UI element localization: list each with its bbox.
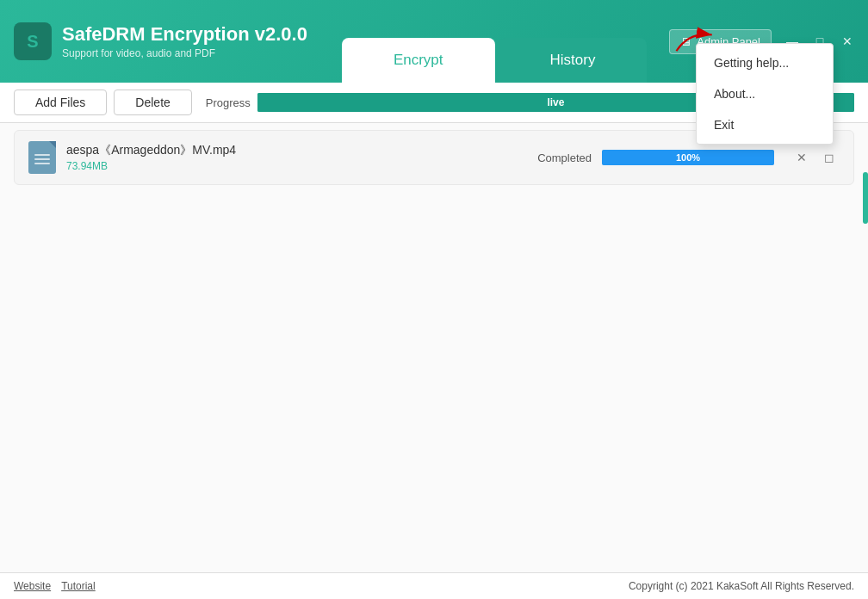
file-status: Completed bbox=[537, 151, 592, 164]
file-type-icon bbox=[28, 141, 56, 174]
tutorial-link[interactable]: Tutorial bbox=[61, 580, 96, 592]
file-progress-area: Completed 100% bbox=[249, 150, 774, 165]
delete-button[interactable]: Delete bbox=[114, 90, 191, 115]
logo-area: S SafeDRM Encryption v2.0.0 Support for … bbox=[14, 22, 307, 60]
file-info: aespa《Armageddon》MV.mp4 73.94MB bbox=[66, 143, 239, 172]
app-title: SafeDRM Encryption v2.0.0 bbox=[62, 23, 307, 46]
app-logo-icon: S bbox=[14, 22, 52, 60]
menu-item-exit[interactable]: Exit bbox=[697, 109, 833, 140]
footer-links: Website Tutorial bbox=[14, 580, 96, 592]
app-subtitle: Support for video, audio and PDF bbox=[62, 47, 307, 59]
file-actions: ✕ ◻ bbox=[791, 147, 840, 168]
open-file-button[interactable]: ◻ bbox=[819, 147, 840, 168]
tab-history[interactable]: History bbox=[499, 38, 648, 83]
tab-encrypt[interactable]: Encrypt bbox=[342, 38, 495, 83]
about-dropdown-menu: Getting help... About... Exit bbox=[696, 43, 834, 145]
monitor-icon: 🖥 bbox=[680, 35, 691, 48]
file-progress-bar: 100% bbox=[602, 150, 774, 165]
file-list: aespa《Armageddon》MV.mp4 73.94MB Complete… bbox=[0, 123, 868, 572]
copyright-text: Copyright (c) 2021 KakaSoft All Rights R… bbox=[629, 580, 854, 592]
header: S SafeDRM Encryption v2.0.0 Support for … bbox=[0, 0, 868, 83]
footer: Website Tutorial Copyright (c) 2021 Kaka… bbox=[0, 572, 868, 599]
logo-text: SafeDRM Encryption v2.0.0 Support for vi… bbox=[62, 23, 307, 59]
progress-label: Progress bbox=[206, 96, 251, 109]
close-button[interactable]: ✕ bbox=[834, 28, 861, 55]
file-name: aespa《Armageddon》MV.mp4 bbox=[66, 143, 239, 158]
menu-item-getting-help[interactable]: Getting help... bbox=[697, 47, 833, 78]
menu-item-about[interactable]: About... bbox=[697, 78, 833, 109]
remove-file-button[interactable]: ✕ bbox=[791, 147, 812, 168]
app-window: S SafeDRM Encryption v2.0.0 Support for … bbox=[0, 0, 868, 599]
file-progress-text: 100% bbox=[602, 150, 774, 165]
file-size: 73.94MB bbox=[66, 160, 239, 172]
nav-tabs: Encrypt History bbox=[342, 0, 648, 83]
side-accent bbox=[863, 172, 868, 224]
add-files-button[interactable]: Add Files bbox=[14, 90, 107, 115]
website-link[interactable]: Website bbox=[14, 580, 51, 592]
